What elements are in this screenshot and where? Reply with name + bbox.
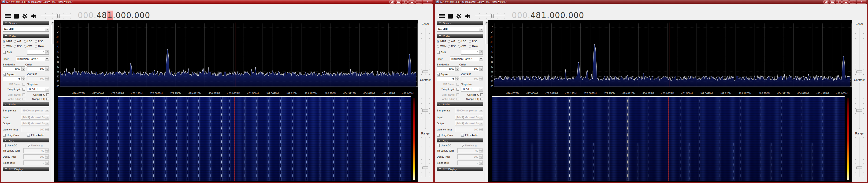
contrast-slider[interactable] (854, 83, 865, 129)
checkbox[interactable] (437, 51, 440, 54)
step-size-select[interactable]: 12.5 kHz (27, 87, 49, 92)
volume-slider[interactable] (475, 13, 505, 19)
range-slider-thumb[interactable] (422, 166, 428, 169)
close-icon[interactable]: x (857, 0, 866, 3)
bandwidth-input[interactable]: 8000 (437, 67, 459, 71)
checkbox[interactable] (46, 98, 49, 100)
snap-left-icon[interactable] (389, 0, 395, 3)
zoom-slider[interactable] (420, 28, 431, 75)
swap-iq-checkbox[interactable]: Swap I & Q (461, 98, 483, 100)
checkbox[interactable] (480, 94, 483, 96)
mode-dsb-radio[interactable]: DSB (13, 45, 24, 48)
spinner-arrows[interactable] (479, 50, 483, 54)
zoom-slider[interactable] (854, 28, 865, 75)
title-bar[interactable]: SDR# v1.0.0.1328 - IQ Imbalance: Gain = … (1, 0, 433, 4)
spinner-arrows[interactable] (455, 67, 459, 71)
swap-iq-checkbox[interactable]: Swap I & Q (27, 98, 49, 100)
use-agc-checkbox[interactable]: Use AGC (437, 144, 459, 147)
mode-usb-radio[interactable]: USB (35, 40, 46, 43)
unity-gain-checkbox[interactable]: Unity Gain (3, 134, 25, 136)
mode-raw-radio[interactable]: RAW (469, 45, 480, 48)
mode-nfm-radio[interactable]: NFM (437, 40, 447, 43)
mode-lsb-radio[interactable]: LSB (458, 40, 469, 43)
order-input[interactable]: 500 (461, 67, 483, 71)
checkbox[interactable] (3, 51, 6, 54)
pin-icon[interactable] (402, 0, 407, 3)
correct-iq-checkbox[interactable]: Correct IQ (27, 94, 49, 96)
fft-display-panel-header[interactable]: FFT Display (437, 167, 483, 171)
checkbox[interactable] (457, 88, 459, 90)
mode-am-radio[interactable]: AM (13, 40, 24, 43)
spinner-arrows[interactable] (45, 50, 49, 54)
squelch-checkbox[interactable]: Squelch (437, 73, 459, 76)
filter-audio-checkbox[interactable]: Filter Audio (27, 134, 49, 136)
mode-dsb-radio[interactable]: DSB (447, 45, 458, 48)
bandwidth-input[interactable]: 8000 (3, 67, 25, 71)
checkbox[interactable] (437, 134, 440, 136)
order-input[interactable]: 500 (27, 67, 49, 71)
volume-thumb[interactable] (57, 14, 60, 18)
mode-cw-radio[interactable]: CW (458, 45, 469, 48)
mode-wfm-radio[interactable]: WFM (437, 45, 447, 48)
snap-right-icon[interactable] (830, 0, 835, 3)
squelch-input[interactable]: 75 (437, 76, 459, 81)
checkbox[interactable] (23, 88, 25, 90)
speaker-icon[interactable] (465, 13, 471, 19)
mode-lsb-radio[interactable]: LSB (24, 40, 35, 43)
contrast-slider-thumb[interactable] (856, 109, 862, 112)
frequency-display[interactable]: 000.481.000.000 (78, 11, 150, 19)
menu-icon[interactable] (439, 13, 445, 19)
close-icon[interactable]: x (423, 0, 432, 3)
checkbox[interactable] (480, 98, 483, 100)
stop-icon[interactable] (14, 13, 19, 19)
waterfall[interactable] (488, 96, 851, 182)
checkbox[interactable] (461, 134, 464, 136)
snap-to-grid-checkbox[interactable]: Snap to grid (437, 88, 459, 90)
radio-panel-header[interactable]: Radio (3, 34, 49, 38)
waterfall-canvas[interactable] (492, 97, 844, 181)
fft-display-panel-header[interactable]: FFT Display (3, 167, 49, 171)
range-slider[interactable] (854, 137, 865, 177)
snap-to-grid-checkbox[interactable]: Snap to grid (3, 88, 25, 90)
sidebar-scrollbar[interactable] (485, 20, 488, 182)
snap-right-icon[interactable] (396, 0, 401, 3)
gear-icon[interactable] (22, 13, 28, 19)
spectrum-plot[interactable]: 0-5-10-15-20-25-30-35-40-45-50-55-60 (488, 20, 851, 91)
spinner-arrows[interactable] (21, 67, 25, 71)
mode-am-radio[interactable]: AM (447, 40, 458, 43)
shift-input[interactable]: 0 (27, 50, 49, 55)
spinner-arrows[interactable] (21, 77, 25, 80)
checkbox[interactable] (27, 134, 30, 136)
radio-panel-header[interactable]: Radio (437, 34, 483, 38)
shift-checkbox[interactable]: Shift (3, 51, 25, 54)
unity-gain-checkbox[interactable]: Unity Gain (437, 134, 459, 136)
audio-panel-header[interactable]: Audio (3, 102, 49, 106)
mode-raw-radio[interactable]: RAW (35, 45, 46, 48)
scroll-up-icon[interactable] (51, 20, 54, 24)
contrast-slider-thumb[interactable] (422, 109, 428, 112)
checkbox[interactable] (3, 73, 6, 76)
volume-slider[interactable] (41, 13, 71, 19)
shift-checkbox[interactable]: Shift (437, 51, 459, 54)
checkbox[interactable] (3, 144, 6, 147)
source-device-select[interactable]: HackRF (437, 27, 483, 32)
checkbox[interactable] (46, 94, 49, 96)
checkbox[interactable] (437, 144, 440, 147)
scroll-up-icon[interactable] (485, 20, 488, 24)
waterfall[interactable] (54, 96, 417, 182)
shift-input[interactable]: 0 (461, 50, 483, 55)
title-bar[interactable]: SDR# v1.0.0.1328 - IQ Imbalance: Gain = … (435, 0, 867, 4)
agc-panel-header[interactable]: AGC (437, 138, 483, 142)
minimize-icon[interactable] (842, 0, 849, 3)
contrast-slider[interactable] (420, 83, 431, 129)
frequency-display[interactable]: 000.481.000.000 (512, 11, 584, 19)
mode-cw-radio[interactable]: CW (24, 45, 35, 48)
zoom-slider-thumb[interactable] (856, 70, 862, 73)
squelch-checkbox[interactable]: Squelch (3, 73, 25, 76)
spectrum-plot[interactable]: 0-5-10-15-20-25-30-35-40-45-50-55-60 (54, 20, 417, 91)
mode-usb-radio[interactable]: USB (469, 40, 480, 43)
agc-panel-header[interactable]: AGC (3, 138, 49, 142)
maximize-icon[interactable] (415, 0, 422, 3)
gear-icon[interactable] (456, 13, 462, 19)
pin-icon[interactable] (836, 0, 841, 3)
